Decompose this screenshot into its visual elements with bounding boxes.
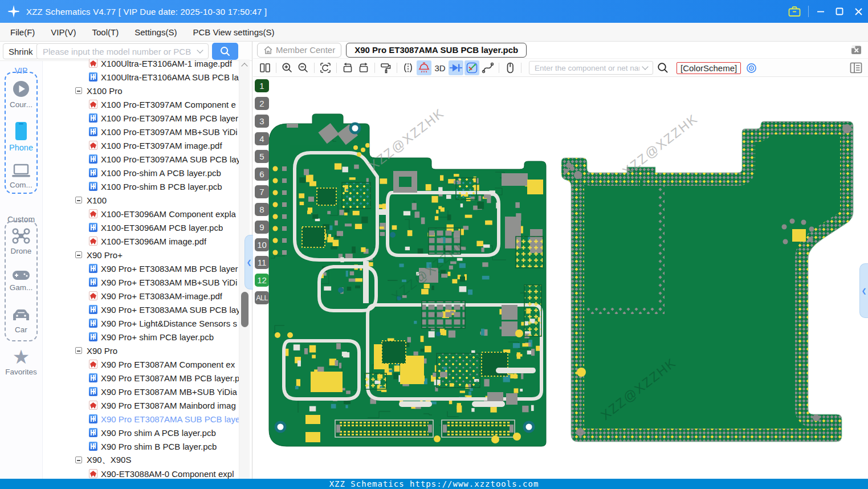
close-tabs-icon[interactable] <box>850 44 862 55</box>
sidebar-item-courses[interactable]: Cour... <box>0 80 42 109</box>
tree-item[interactable]: X90 Pro shim B PCB layer.pcb <box>43 439 239 453</box>
scroll-up-icon[interactable] <box>241 63 247 69</box>
tree-item[interactable]: X100Ultra-ET3106AMA SUB PCB la <box>43 70 239 84</box>
component-search-combo[interactable] <box>529 61 653 75</box>
member-center-button[interactable]: Member Center <box>257 43 341 58</box>
tree-group[interactable]: X100 Pro <box>43 84 239 97</box>
sidebar-item-computer[interactable]: Com... <box>0 164 42 189</box>
tree-item[interactable]: X90 Pro+ ET3083AM-image.pdf <box>43 289 239 303</box>
tree-group[interactable]: X90 Pro+ <box>43 248 239 262</box>
tree-item[interactable]: X100 Pro-ET3097AM image.pdf <box>43 138 239 152</box>
marquee-zoom-icon[interactable] <box>318 60 333 75</box>
collapse-right-panel-handle[interactable]: ❮ <box>859 263 868 318</box>
tree-item[interactable]: X100 Pro-ET3097AM MB PCB layer <box>43 111 239 125</box>
tree-item[interactable]: X90 Pro shim A PCB layer.pcb <box>43 426 239 439</box>
scrollbar-thumb[interactable] <box>241 292 248 327</box>
tree-item[interactable]: X100 Pro-ET3097AM MB+SUB YiDi <box>43 125 239 138</box>
layer-button-9[interactable]: 9 <box>255 221 269 234</box>
collapse-toggle-icon[interactable] <box>75 87 82 94</box>
tree-item[interactable]: X90-ET3088AM-0 Component expl <box>43 467 239 479</box>
vip-briefcase-icon[interactable] <box>785 0 804 23</box>
collapse-toggle-icon[interactable] <box>75 347 82 354</box>
tree-item[interactable]: X100-ET3096AM image.pdf <box>43 234 239 248</box>
chevron-down-icon[interactable] <box>197 47 203 53</box>
tree-item[interactable]: X90 Pro+ Light&Distance Sensors s <box>43 316 239 330</box>
tree-item[interactable]: X100 Pro-ET3097AMA SUB PCB lay <box>43 152 239 166</box>
model-search-input[interactable] <box>42 46 195 57</box>
eye-visibility-icon[interactable] <box>745 62 757 74</box>
tree-item[interactable]: X100 Pro-ET3097AM Component e <box>43 97 239 111</box>
split-view-icon[interactable] <box>258 60 272 75</box>
tree-item[interactable]: X90 Pro ET3087AM MB+SUB YiDia <box>43 385 239 398</box>
layer-button-10[interactable]: 10 <box>255 238 269 251</box>
sidebar-item-games[interactable]: Gam... <box>0 270 42 292</box>
layer-button-5[interactable]: 5 <box>255 150 269 163</box>
tree-group[interactable]: X100 <box>43 193 239 207</box>
color-measure-icon[interactable] <box>464 60 479 75</box>
layer-button-2[interactable]: 2 <box>255 97 269 110</box>
tree-group[interactable]: X90、X90S <box>43 453 239 467</box>
menu-tool[interactable]: Tool(T) <box>84 23 127 41</box>
layer-button-8[interactable]: 8 <box>255 203 269 216</box>
pcb-canvas[interactable]: XZZ@XZZHK XZZ@XZZHK XZZ@XZZHK XZZ@XZZHK <box>253 77 868 479</box>
titlebar[interactable]: XZZ Schematics V4.77 [ VIP Due date: 202… <box>0 0 868 23</box>
tree-item-selected[interactable]: X90 Pro ET3087AMA SUB PCB laye <box>43 412 239 426</box>
sidebar-item-phone[interactable]: Phone <box>0 121 42 152</box>
search-button[interactable] <box>212 43 238 60</box>
maximize-button[interactable] <box>830 0 849 23</box>
layer-button-6[interactable]: 6 <box>255 168 269 181</box>
tree-item[interactable]: X90 Pro ET3087AM Mainbord imag <box>43 398 239 412</box>
tree-item[interactable]: X90 Pro ET3087AM Component ex <box>43 357 239 371</box>
layer-button-1[interactable]: 1 <box>255 79 269 92</box>
chevron-down-icon[interactable] <box>642 63 648 70</box>
rotate-left-icon[interactable] <box>340 60 355 75</box>
close-button[interactable] <box>849 0 868 23</box>
model-search-combo[interactable] <box>36 43 209 59</box>
layer-button-all[interactable]: ALL <box>255 291 269 304</box>
menu-file[interactable]: File(F) <box>2 23 43 41</box>
colorscheme-button[interactable]: [ColorScheme] <box>677 62 741 74</box>
layer-button-12[interactable]: 12 <box>255 274 269 287</box>
sidebar-item-car[interactable]: Car <box>0 308 42 334</box>
3d-view-button[interactable]: 3D <box>433 60 447 75</box>
layer-button-3[interactable]: 3 <box>255 115 269 128</box>
tree-item[interactable]: X100-ET3096AM PCB layer.pcb <box>43 221 239 234</box>
minimize-button[interactable] <box>811 0 830 23</box>
mirror-flip-icon[interactable] <box>401 60 415 75</box>
tree-item[interactable]: X90 Pro+ ET3083AM MB+SUB YiDi <box>43 275 239 289</box>
tree-item[interactable]: X100 Pro-shim A PCB layer.pcb <box>43 166 239 180</box>
sidebar-item-favorites[interactable]: ★ Favorites <box>0 348 42 376</box>
paint-roller-icon[interactable] <box>378 60 393 75</box>
tree-item[interactable]: X100 Pro-shim B PCB layer.pcb <box>43 180 239 193</box>
layer-button-4[interactable]: 4 <box>255 132 269 145</box>
shrink-button[interactable]: Shrink <box>3 43 39 59</box>
menu-settings[interactable]: Settings(S) <box>127 23 185 41</box>
tree-item[interactable]: X100Ultra-ET3106AM-1 image.pdf <box>43 59 239 70</box>
menu-pcb-view-settings[interactable]: PCB View settings(S) <box>185 23 282 41</box>
curve-measure-icon[interactable] <box>480 60 495 75</box>
document-tab[interactable]: X90 Pro ET3087AMA SUB PCB layer.pcb <box>346 43 527 58</box>
tree-item[interactable]: X90 Pro ET3087AM MB PCB layer.p <box>43 371 239 385</box>
panel-toggle-icon[interactable] <box>849 62 863 74</box>
collapse-toggle-icon[interactable] <box>75 197 82 203</box>
mouse-icon[interactable] <box>503 60 517 75</box>
tree-item[interactable]: X90 Pro+ ET3083AM MB PCB layer <box>43 262 239 275</box>
component-search-go-icon[interactable] <box>655 60 670 75</box>
collapse-left-panel-handle[interactable]: ❮ <box>244 235 253 290</box>
collapse-toggle-icon[interactable] <box>75 457 82 463</box>
menu-vip[interactable]: VIP(V) <box>43 23 84 41</box>
zoom-out-icon[interactable] <box>296 60 311 75</box>
layer-button-11[interactable]: 11 <box>255 256 269 269</box>
tree-group[interactable]: X90 Pro <box>43 344 239 357</box>
component-search-input[interactable] <box>533 63 641 73</box>
tree-item[interactable]: X90 Pro+ ET3083AMA SUB PCB lay <box>43 303 239 316</box>
layer-button-7[interactable]: 7 <box>255 185 269 198</box>
sidebar-item-drone[interactable]: Drone <box>0 227 42 255</box>
tree-item[interactable]: X90 Pro+ shim PCB layer.pcb <box>43 330 239 344</box>
diode-mode-icon[interactable] <box>449 60 463 75</box>
zoom-in-icon[interactable] <box>280 60 295 75</box>
collapse-toggle-icon[interactable] <box>75 251 82 258</box>
tree-item[interactable]: X100-ET3096AM Component expla <box>43 207 239 221</box>
rotate-right-icon[interactable] <box>356 60 371 75</box>
lamp-off-icon[interactable] <box>417 60 431 75</box>
